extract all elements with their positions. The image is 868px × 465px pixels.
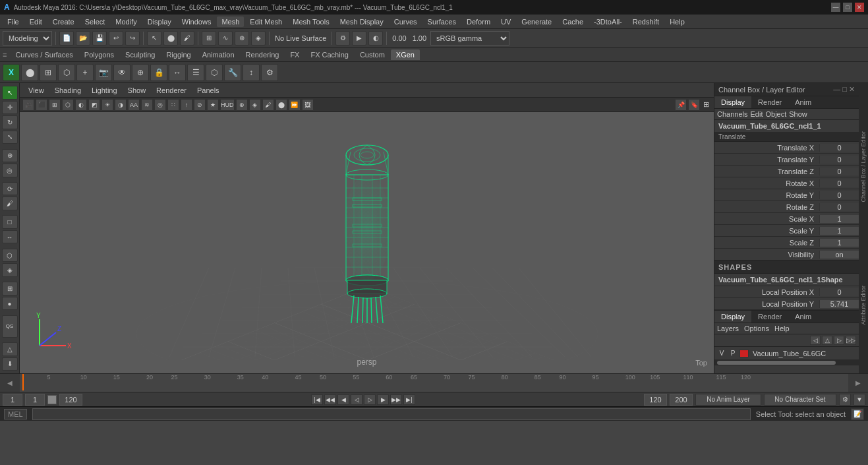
open-scene-button[interactable]: 📂 (76, 31, 90, 46)
cb-close-icon[interactable]: ✕ (849, 85, 855, 94)
menu-help[interactable]: Help (665, 16, 689, 27)
prev-frame-btn[interactable]: ◀ (337, 394, 349, 405)
cluster-btn[interactable]: ● (2, 297, 18, 311)
cb-menu-object[interactable]: Object (765, 110, 786, 118)
rotate-tool-btn[interactable]: ↻ (2, 115, 18, 129)
menu-modify[interactable]: Modify (111, 16, 141, 27)
shelf-icon-arrows[interactable]: ↔ (169, 64, 186, 81)
vp-menu-lighting[interactable]: Lighting (87, 85, 122, 96)
vp-shadows-btn[interactable]: ◑ (115, 99, 127, 111)
scale-x-value[interactable]: 1 (819, 215, 859, 223)
xray-btn[interactable]: ◈ (2, 263, 18, 277)
cb-menu-edit[interactable]: Edit (750, 110, 763, 118)
menu-windows[interactable]: Windows (177, 16, 216, 27)
shelf-tab-xgen[interactable]: XGen (391, 49, 420, 60)
viewport-canvas[interactable]: X Y Z persp Top (20, 112, 714, 373)
shelf-icon-transform[interactable]: ↕ (243, 64, 260, 81)
playback-end-input[interactable] (644, 394, 667, 406)
layers-menu-options[interactable]: Options (744, 325, 769, 332)
vp-camera-btn[interactable]: 🎥 (22, 99, 34, 111)
shelf-icon-layers[interactable]: ☰ (187, 64, 204, 81)
vp-menu-view[interactable]: View (24, 85, 49, 96)
paint-ops-btn[interactable]: 🖌 (2, 197, 18, 210)
snap-surface-button[interactable]: ◈ (251, 31, 266, 46)
translate-z-value[interactable]: 0 (819, 168, 859, 175)
play-forward-btn[interactable]: ▷ (364, 394, 376, 405)
vp-menu-show[interactable]: Show (123, 85, 151, 96)
menu-generate[interactable]: Generate (517, 16, 556, 27)
visibility-value[interactable]: on (819, 251, 859, 259)
show-manipulator-btn[interactable]: □ (2, 215, 18, 229)
shelf-icon-eye[interactable]: 👁 (113, 64, 130, 81)
close-button[interactable]: ✕ (855, 3, 864, 12)
lasso-button[interactable]: ⬤ (163, 31, 178, 46)
menu-edit-mesh[interactable]: Edit Mesh (245, 16, 287, 27)
snap-grid-button[interactable]: ⊞ (202, 31, 216, 46)
step-fwd-btn[interactable]: ▶▶ (390, 394, 402, 405)
playhead[interactable] (22, 374, 24, 390)
minimize-button[interactable]: — (831, 3, 840, 12)
char-set-selector-btn[interactable]: No Character Set (764, 394, 836, 406)
lattice-btn[interactable]: ⊞ (2, 282, 18, 295)
frame-slider-thumb[interactable] (47, 395, 57, 404)
shelf-icon-patch[interactable]: ⊞ (40, 64, 57, 81)
menu-3dto-all[interactable]: -3DtoAll- (589, 16, 627, 27)
vp-xray-btn[interactable]: ◈ (249, 99, 261, 111)
vp-iso-lines-btn[interactable]: ∷ (167, 99, 179, 111)
shelf-tab-fx-caching[interactable]: FX Caching (305, 49, 353, 60)
vp-lights-btn[interactable]: ☀ (101, 99, 113, 111)
vp-manip-btn[interactable]: ⊕ (236, 99, 248, 111)
shelf-icon-add[interactable]: + (76, 64, 94, 81)
layer-v[interactable]: V (717, 350, 726, 357)
maximize-button[interactable]: □ (843, 3, 852, 12)
step-back-btn[interactable]: ◀◀ (324, 394, 336, 405)
menu-file[interactable]: File (3, 16, 24, 27)
quick-sel-set-btn[interactable]: QS (2, 315, 18, 338)
menu-mesh-display[interactable]: Mesh Display (335, 16, 388, 27)
cb-float-icon[interactable]: □ (842, 85, 847, 94)
new-scene-button[interactable]: 📄 (59, 31, 74, 46)
vp-image-planes-btn[interactable]: 🖼 (302, 99, 314, 111)
shelf-tab-polygons[interactable]: Polygons (79, 49, 119, 60)
local-pos-x-value[interactable]: 0 (819, 288, 859, 296)
shelf-icon-tube[interactable]: ⬡ (58, 64, 75, 81)
local-pos-y-value[interactable]: 5.741 (819, 300, 859, 308)
go-to-end-btn[interactable]: ▶| (403, 394, 415, 405)
shelf-tab-sculpting[interactable]: Sculpting (120, 49, 160, 60)
tab-render[interactable]: Render (751, 96, 788, 108)
attribute-editor-strip-label[interactable]: Attribute Editor (860, 283, 867, 328)
layers-scroll-thumb[interactable] (717, 361, 836, 365)
move-tool-btn[interactable]: ✛ (2, 101, 18, 115)
layers-menu-help[interactable]: Help (774, 325, 790, 332)
shelf-tab-curves-surfaces[interactable]: Curves / Surfaces (10, 49, 78, 60)
layers-arrow-up[interactable]: △ (822, 336, 832, 345)
channel-box-strip-label[interactable]: Channel Box / Layer Editor (860, 129, 867, 205)
vp-bookmark-btn[interactable]: 🔖 (688, 99, 700, 111)
cb-minimize-icon[interactable]: — (833, 85, 840, 94)
mel-label[interactable]: MEL (4, 409, 27, 419)
menu-select[interactable]: Select (80, 16, 110, 27)
menu-edit[interactable]: Edit (25, 16, 47, 27)
scale-tool-btn[interactable]: ⤡ (2, 131, 18, 144)
menu-uv[interactable]: UV (496, 16, 515, 27)
translate-x-value[interactable]: 0 (819, 144, 859, 152)
vp-snap-camera-btn[interactable]: 📌 (675, 99, 687, 111)
snap-curve-button[interactable]: ∿ (218, 31, 233, 46)
vp-anim-btn[interactable]: ⏩ (289, 99, 301, 111)
translate-y-value[interactable]: 0 (819, 156, 859, 164)
soft-mod-btn[interactable]: ◎ (2, 164, 18, 177)
vp-hud-btn[interactable]: HUD (220, 99, 235, 111)
tab-display[interactable]: Display (714, 96, 751, 108)
rotate-z-value[interactable]: 0 (819, 203, 859, 211)
vp-menu-panels[interactable]: Panels (192, 85, 224, 96)
layers-tab-anim[interactable]: Anim (788, 311, 818, 323)
shelf-icon-camera[interactable]: 📷 (95, 64, 112, 81)
vp-motion-blur-btn[interactable]: ≋ (141, 99, 153, 111)
layers-arrow-right[interactable]: ▷▷ (846, 336, 856, 345)
next-frame-btn[interactable]: ▶ (377, 394, 389, 405)
scale-z-value[interactable]: 1 (819, 239, 859, 247)
shelf-tab-custom[interactable]: Custom (355, 49, 390, 60)
workspace-selector[interactable]: Modeling (3, 31, 52, 46)
layers-scrollbar[interactable] (714, 360, 859, 365)
tab-anim[interactable]: Anim (788, 96, 818, 108)
